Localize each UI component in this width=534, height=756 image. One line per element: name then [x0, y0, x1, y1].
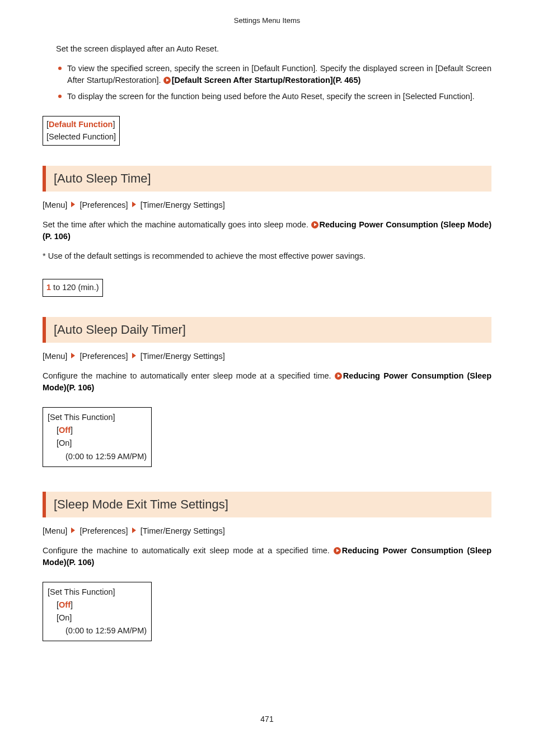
option-group-header: [Set This Function] — [48, 411, 147, 424]
crumb: [Timer/Energy Settings] — [140, 200, 225, 209]
breadcrumb: [Menu] [Preferences] [Timer/Energy Setti… — [43, 351, 491, 362]
chevron-right-icon — [132, 528, 136, 533]
note-text: * Use of the default settings is recomme… — [43, 250, 491, 262]
options-box: [Set This Function] [Off] [On] (0:00 to … — [43, 407, 152, 467]
crumb: [Preferences] — [79, 352, 128, 361]
crumb: [Preferences] — [79, 526, 128, 535]
range-text: to 120 (min.) — [51, 283, 99, 292]
options-box: [Set This Function] [Off] [On] (0:00 to … — [43, 582, 152, 642]
link-icon[interactable] — [163, 77, 171, 84]
default-value: 1 — [46, 283, 51, 292]
option: [Selected Function] — [46, 132, 116, 141]
link-icon[interactable] — [311, 221, 318, 228]
option: [On] — [48, 437, 147, 450]
para-text: Set the time after which the machine aut… — [43, 220, 311, 229]
chevron-right-icon — [71, 202, 75, 207]
chevron-right-icon — [71, 528, 75, 533]
off-label: Off — [59, 426, 71, 435]
range-box: 1 to 120 (min.) — [43, 279, 103, 297]
crumb: [Menu] — [43, 200, 67, 209]
paragraph: Configure the machine to automatically e… — [43, 370, 491, 394]
paragraph: Set the time after which the machine aut… — [43, 219, 491, 242]
bullet-text: To display the screen for the function b… — [67, 92, 475, 101]
chevron-right-icon — [71, 353, 75, 358]
page-content: Settings Menu Items Set the screen displ… — [0, 0, 534, 658]
crumb: [Menu] — [43, 526, 67, 535]
option-range: (0:00 to 12:59 AM/PM) — [48, 450, 147, 463]
page-number: 471 — [0, 713, 534, 725]
breadcrumb: [Menu] [Preferences] [Timer/Energy Setti… — [43, 525, 491, 537]
default-option: [Off] — [48, 424, 147, 437]
crumb: [Timer/Energy Settings] — [140, 352, 225, 361]
bullet-item: To view the specified screen, specify th… — [56, 63, 491, 86]
link-icon[interactable] — [335, 372, 342, 380]
section-heading-auto-sleep-daily-timer: [Auto Sleep Daily Timer] — [43, 317, 491, 343]
section-heading-auto-sleep-time: [Auto Sleep Time] — [43, 166, 491, 192]
para-text: Configure the machine to automatically e… — [43, 546, 334, 555]
default-option: [Off] — [48, 599, 147, 612]
paragraph: Configure the machine to automatically e… — [43, 545, 491, 568]
cross-reference-link[interactable]: [Default Screen After Startup/Restoratio… — [172, 76, 361, 85]
option-range: (0:00 to 12:59 AM/PM) — [48, 624, 147, 637]
breadcrumb: [Menu] [Preferences] [Timer/Energy Setti… — [43, 199, 491, 211]
options-box: [Default Function] [Selected Function] — [43, 116, 120, 146]
link-icon[interactable] — [334, 547, 341, 554]
option-group-header: [Set This Function] — [48, 586, 147, 599]
running-header: Settings Menu Items — [43, 16, 491, 26]
crumb: [Menu] — [43, 352, 67, 361]
crumb: [Preferences] — [79, 200, 128, 209]
section-heading-sleep-mode-exit-time: [Sleep Mode Exit Time Settings] — [43, 492, 491, 517]
chevron-right-icon — [132, 202, 136, 207]
bullet-item: To display the screen for the function b… — [56, 91, 491, 102]
chevron-right-icon — [132, 353, 136, 358]
crumb: [Timer/Energy Settings] — [140, 526, 225, 535]
para-text: Configure the machine to automatically e… — [43, 371, 335, 380]
bullet-list: To view the specified screen, specify th… — [56, 63, 491, 102]
default-option: Default Function — [49, 120, 113, 129]
intro-text: Set the screen displayed after an Auto R… — [56, 43, 491, 55]
off-label: Off — [59, 600, 71, 609]
option: [On] — [48, 612, 147, 624]
